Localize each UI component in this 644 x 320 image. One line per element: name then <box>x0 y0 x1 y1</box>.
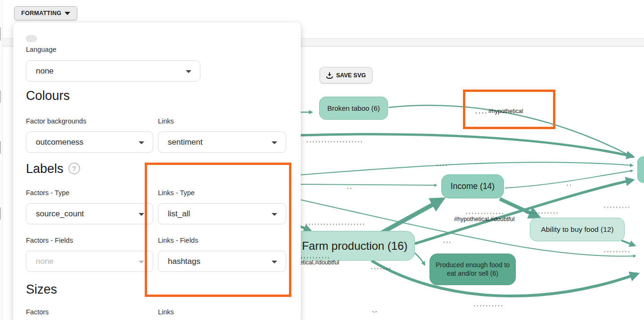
factor-node-income[interactable]: Income (14) <box>441 174 504 198</box>
factor-backgrounds-label: Factor backgrounds <box>26 117 86 125</box>
edge-path <box>621 240 635 246</box>
chevron-down-icon <box>65 12 70 15</box>
edge-label: , , , <box>443 238 451 243</box>
factor-backgrounds-select[interactable]: outcomeness <box>26 131 153 153</box>
edge-label: , , , , , , , , , <box>604 203 629 208</box>
edge-label: , , , , , , , , , , , , , <box>466 209 504 214</box>
colours-heading: Colours <box>26 89 70 103</box>
factor-node-broken-taboo[interactable]: Broken taboo (6) <box>319 97 388 120</box>
formatting-button[interactable]: FORMATTING <box>14 6 77 20</box>
formatting-label: FORMATTING <box>21 10 61 16</box>
language-select[interactable]: none <box>26 60 200 82</box>
factors-type-label: Factors - Type <box>26 189 69 197</box>
factor-backgrounds-value: outcomeness <box>36 138 83 147</box>
factor-node-ability-to-buy-food[interactable]: Ability to buy food (12) <box>530 218 625 241</box>
language-label: Language <box>26 46 57 53</box>
factors-type-select[interactable]: source_count <box>26 203 153 224</box>
app-screen: Broken taboo (6) Income (14) Ability to … <box>0 0 644 320</box>
links-colour-select[interactable]: sentiment <box>158 131 286 153</box>
edge-path <box>414 252 425 265</box>
edge-path <box>377 199 442 235</box>
factor-node-clipped-right[interactable] <box>637 156 644 183</box>
labels-heading: Labels? <box>26 162 80 176</box>
edge-label: , , , , , , , <box>371 264 391 270</box>
select-caret-icon <box>139 213 144 216</box>
formatting-panel: Language none Colours Factor backgrounds… <box>13 23 301 320</box>
edge-label: , , <box>567 181 571 186</box>
edge-path <box>301 162 633 175</box>
edge-label: , , , , , , , , , , , <box>526 208 558 214</box>
language-select-value: none <box>36 66 54 76</box>
edge-label: -.- <box>372 308 377 314</box>
sizes-factors-label: Factors <box>26 308 49 316</box>
edge-label: , , , , <box>437 161 447 166</box>
highlight-box-edge-label <box>463 90 555 129</box>
save-svg-label: SAVE SVG <box>336 72 366 79</box>
factors-fields-value: none <box>36 257 54 266</box>
factors-type-value: source_count <box>36 209 84 219</box>
select-caret-icon <box>272 141 277 144</box>
edge-label: , , , , , , , , , , , , , , , , , , , <box>306 137 362 143</box>
links-colour-value: sentiment <box>168 138 203 147</box>
select-caret-icon <box>186 70 191 73</box>
save-svg-button[interactable]: SAVE SVG <box>320 67 372 83</box>
select-caret-icon <box>139 261 144 263</box>
edge-path <box>301 184 437 185</box>
select-caret-icon <box>139 141 144 144</box>
download-icon <box>326 72 333 79</box>
factors-fields-label: Factors - Fields <box>26 237 73 244</box>
edge-label-hypothetical-doubtful: #hypothetical,#doubtful <box>454 216 515 222</box>
edge-label: , , , , , , , , , , <box>474 301 503 307</box>
labels-heading-text: Labels <box>26 162 64 176</box>
sizes-heading: Sizes <box>26 282 57 297</box>
language-toggle[interactable] <box>26 35 37 42</box>
edge-label: , , <box>347 184 352 189</box>
highlight-box-links-label-settings <box>145 163 291 297</box>
factor-node-produced-enough-food[interactable]: Produced enough food to eat and/or sell … <box>429 254 516 285</box>
help-icon[interactable]: ? <box>68 163 80 174</box>
factors-fields-select[interactable]: none <box>26 251 153 272</box>
sizes-links-label: Links <box>158 308 174 316</box>
edge-label: , , , , , , , , , <box>604 247 629 253</box>
edge-label: , , , , , , , , , , , , , , , , , , , , <box>305 220 364 225</box>
links-colour-label: Links <box>158 117 174 125</box>
